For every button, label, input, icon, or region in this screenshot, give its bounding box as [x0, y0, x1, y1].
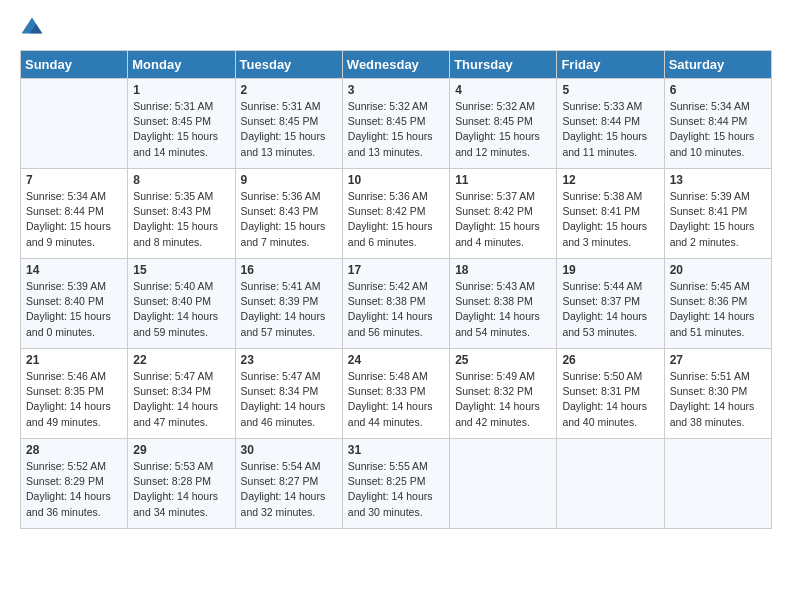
- logo-icon: [20, 16, 44, 40]
- weekday-header-monday: Monday: [128, 51, 235, 79]
- calendar-cell: 4Sunrise: 5:32 AMSunset: 8:45 PMDaylight…: [450, 79, 557, 169]
- day-number: 16: [241, 263, 337, 277]
- calendar-cell: 12Sunrise: 5:38 AMSunset: 8:41 PMDayligh…: [557, 169, 664, 259]
- day-number: 12: [562, 173, 658, 187]
- cell-info: Sunrise: 5:45 AMSunset: 8:36 PMDaylight:…: [670, 279, 766, 340]
- day-number: 21: [26, 353, 122, 367]
- cell-info: Sunrise: 5:44 AMSunset: 8:37 PMDaylight:…: [562, 279, 658, 340]
- calendar-cell: 18Sunrise: 5:43 AMSunset: 8:38 PMDayligh…: [450, 259, 557, 349]
- cell-info: Sunrise: 5:53 AMSunset: 8:28 PMDaylight:…: [133, 459, 229, 520]
- calendar-week-row: 7Sunrise: 5:34 AMSunset: 8:44 PMDaylight…: [21, 169, 772, 259]
- cell-info: Sunrise: 5:37 AMSunset: 8:42 PMDaylight:…: [455, 189, 551, 250]
- day-number: 4: [455, 83, 551, 97]
- cell-info: Sunrise: 5:47 AMSunset: 8:34 PMDaylight:…: [241, 369, 337, 430]
- cell-info: Sunrise: 5:32 AMSunset: 8:45 PMDaylight:…: [455, 99, 551, 160]
- calendar-week-row: 21Sunrise: 5:46 AMSunset: 8:35 PMDayligh…: [21, 349, 772, 439]
- calendar-cell: 9Sunrise: 5:36 AMSunset: 8:43 PMDaylight…: [235, 169, 342, 259]
- day-number: 3: [348, 83, 444, 97]
- calendar-cell: 8Sunrise: 5:35 AMSunset: 8:43 PMDaylight…: [128, 169, 235, 259]
- cell-info: Sunrise: 5:31 AMSunset: 8:45 PMDaylight:…: [133, 99, 229, 160]
- calendar-table: SundayMondayTuesdayWednesdayThursdayFrid…: [20, 50, 772, 529]
- calendar-cell: 19Sunrise: 5:44 AMSunset: 8:37 PMDayligh…: [557, 259, 664, 349]
- cell-info: Sunrise: 5:54 AMSunset: 8:27 PMDaylight:…: [241, 459, 337, 520]
- cell-info: Sunrise: 5:36 AMSunset: 8:42 PMDaylight:…: [348, 189, 444, 250]
- calendar-cell: [664, 439, 771, 529]
- day-number: 24: [348, 353, 444, 367]
- calendar-cell: 21Sunrise: 5:46 AMSunset: 8:35 PMDayligh…: [21, 349, 128, 439]
- calendar-cell: 15Sunrise: 5:40 AMSunset: 8:40 PMDayligh…: [128, 259, 235, 349]
- day-number: 8: [133, 173, 229, 187]
- day-number: 1: [133, 83, 229, 97]
- day-number: 30: [241, 443, 337, 457]
- day-number: 25: [455, 353, 551, 367]
- cell-info: Sunrise: 5:36 AMSunset: 8:43 PMDaylight:…: [241, 189, 337, 250]
- calendar-cell: 30Sunrise: 5:54 AMSunset: 8:27 PMDayligh…: [235, 439, 342, 529]
- calendar-cell: 22Sunrise: 5:47 AMSunset: 8:34 PMDayligh…: [128, 349, 235, 439]
- calendar-cell: 10Sunrise: 5:36 AMSunset: 8:42 PMDayligh…: [342, 169, 449, 259]
- calendar-week-row: 1Sunrise: 5:31 AMSunset: 8:45 PMDaylight…: [21, 79, 772, 169]
- cell-info: Sunrise: 5:38 AMSunset: 8:41 PMDaylight:…: [562, 189, 658, 250]
- calendar-cell: 5Sunrise: 5:33 AMSunset: 8:44 PMDaylight…: [557, 79, 664, 169]
- weekday-header-thursday: Thursday: [450, 51, 557, 79]
- cell-info: Sunrise: 5:33 AMSunset: 8:44 PMDaylight:…: [562, 99, 658, 160]
- calendar-cell: 7Sunrise: 5:34 AMSunset: 8:44 PMDaylight…: [21, 169, 128, 259]
- calendar-cell: 31Sunrise: 5:55 AMSunset: 8:25 PMDayligh…: [342, 439, 449, 529]
- weekday-header-saturday: Saturday: [664, 51, 771, 79]
- calendar-cell: 13Sunrise: 5:39 AMSunset: 8:41 PMDayligh…: [664, 169, 771, 259]
- day-number: 14: [26, 263, 122, 277]
- day-number: 15: [133, 263, 229, 277]
- calendar-cell: 27Sunrise: 5:51 AMSunset: 8:30 PMDayligh…: [664, 349, 771, 439]
- calendar-cell: 6Sunrise: 5:34 AMSunset: 8:44 PMDaylight…: [664, 79, 771, 169]
- day-number: 28: [26, 443, 122, 457]
- calendar-cell: 20Sunrise: 5:45 AMSunset: 8:36 PMDayligh…: [664, 259, 771, 349]
- day-number: 11: [455, 173, 551, 187]
- calendar-cell: [21, 79, 128, 169]
- weekday-header-sunday: Sunday: [21, 51, 128, 79]
- day-number: 7: [26, 173, 122, 187]
- day-number: 29: [133, 443, 229, 457]
- calendar-cell: 2Sunrise: 5:31 AMSunset: 8:45 PMDaylight…: [235, 79, 342, 169]
- cell-info: Sunrise: 5:39 AMSunset: 8:41 PMDaylight:…: [670, 189, 766, 250]
- page-header: [20, 16, 772, 40]
- cell-info: Sunrise: 5:43 AMSunset: 8:38 PMDaylight:…: [455, 279, 551, 340]
- calendar-cell: [450, 439, 557, 529]
- day-number: 10: [348, 173, 444, 187]
- calendar-cell: 29Sunrise: 5:53 AMSunset: 8:28 PMDayligh…: [128, 439, 235, 529]
- day-number: 17: [348, 263, 444, 277]
- cell-info: Sunrise: 5:34 AMSunset: 8:44 PMDaylight:…: [670, 99, 766, 160]
- weekday-header-tuesday: Tuesday: [235, 51, 342, 79]
- cell-info: Sunrise: 5:35 AMSunset: 8:43 PMDaylight:…: [133, 189, 229, 250]
- day-number: 9: [241, 173, 337, 187]
- cell-info: Sunrise: 5:34 AMSunset: 8:44 PMDaylight:…: [26, 189, 122, 250]
- calendar-cell: 14Sunrise: 5:39 AMSunset: 8:40 PMDayligh…: [21, 259, 128, 349]
- cell-info: Sunrise: 5:51 AMSunset: 8:30 PMDaylight:…: [670, 369, 766, 430]
- cell-info: Sunrise: 5:50 AMSunset: 8:31 PMDaylight:…: [562, 369, 658, 430]
- calendar-cell: 24Sunrise: 5:48 AMSunset: 8:33 PMDayligh…: [342, 349, 449, 439]
- calendar-week-row: 14Sunrise: 5:39 AMSunset: 8:40 PMDayligh…: [21, 259, 772, 349]
- day-number: 18: [455, 263, 551, 277]
- day-number: 22: [133, 353, 229, 367]
- logo: [20, 16, 48, 40]
- day-number: 19: [562, 263, 658, 277]
- calendar-cell: 3Sunrise: 5:32 AMSunset: 8:45 PMDaylight…: [342, 79, 449, 169]
- cell-info: Sunrise: 5:39 AMSunset: 8:40 PMDaylight:…: [26, 279, 122, 340]
- day-number: 27: [670, 353, 766, 367]
- calendar-cell: 26Sunrise: 5:50 AMSunset: 8:31 PMDayligh…: [557, 349, 664, 439]
- calendar-cell: 1Sunrise: 5:31 AMSunset: 8:45 PMDaylight…: [128, 79, 235, 169]
- cell-info: Sunrise: 5:41 AMSunset: 8:39 PMDaylight:…: [241, 279, 337, 340]
- day-number: 31: [348, 443, 444, 457]
- cell-info: Sunrise: 5:49 AMSunset: 8:32 PMDaylight:…: [455, 369, 551, 430]
- day-number: 2: [241, 83, 337, 97]
- day-number: 13: [670, 173, 766, 187]
- cell-info: Sunrise: 5:31 AMSunset: 8:45 PMDaylight:…: [241, 99, 337, 160]
- cell-info: Sunrise: 5:42 AMSunset: 8:38 PMDaylight:…: [348, 279, 444, 340]
- cell-info: Sunrise: 5:55 AMSunset: 8:25 PMDaylight:…: [348, 459, 444, 520]
- day-number: 26: [562, 353, 658, 367]
- day-number: 6: [670, 83, 766, 97]
- weekday-header-wednesday: Wednesday: [342, 51, 449, 79]
- cell-info: Sunrise: 5:46 AMSunset: 8:35 PMDaylight:…: [26, 369, 122, 430]
- calendar-cell: 28Sunrise: 5:52 AMSunset: 8:29 PMDayligh…: [21, 439, 128, 529]
- cell-info: Sunrise: 5:52 AMSunset: 8:29 PMDaylight:…: [26, 459, 122, 520]
- calendar-cell: 11Sunrise: 5:37 AMSunset: 8:42 PMDayligh…: [450, 169, 557, 259]
- cell-info: Sunrise: 5:48 AMSunset: 8:33 PMDaylight:…: [348, 369, 444, 430]
